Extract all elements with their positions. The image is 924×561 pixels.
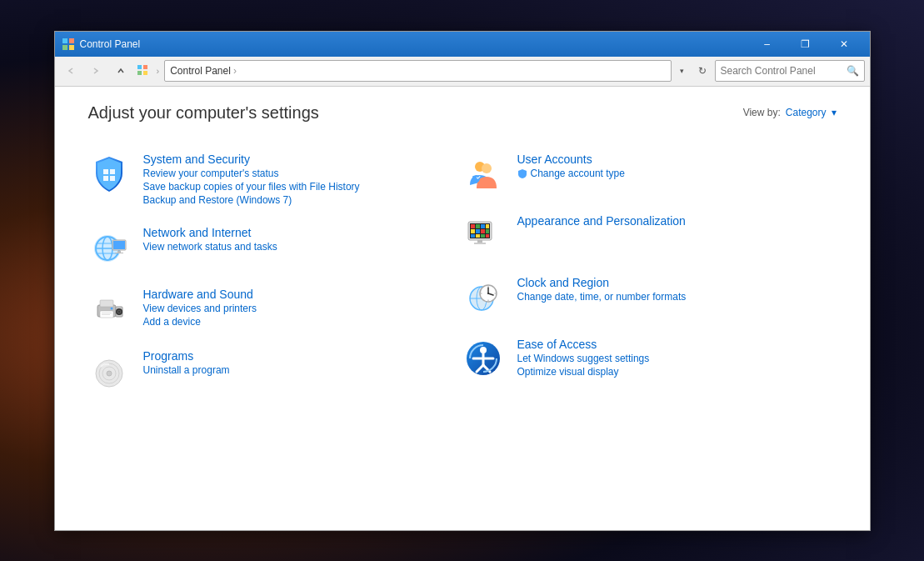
hardware-text: Hardware and Sound View devices and prin… — [143, 288, 257, 328]
page-header: Adjust your computer's settings View by:… — [88, 103, 837, 123]
network-link-1[interactable]: View network status and tasks — [143, 241, 277, 253]
hardware-link-1[interactable]: View devices and printers — [143, 303, 257, 314]
category-item-system-security: System and Security Review your computer… — [88, 143, 462, 216]
clock-icon — [462, 276, 504, 318]
right-column: User Accounts Change account type — [462, 143, 837, 401]
svg-rect-47 — [486, 229, 489, 233]
svg-rect-42 — [481, 224, 485, 228]
window-title: Control Panel — [80, 38, 748, 50]
svg-rect-19 — [113, 241, 125, 249]
svg-rect-6 — [137, 71, 142, 75]
svg-point-31 — [118, 311, 120, 313]
view-by-value[interactable]: Category — [786, 107, 827, 118]
system-security-link-1[interactable]: Review your computer's status — [143, 168, 360, 179]
clock-name[interactable]: Clock and Region — [517, 276, 687, 289]
users-link-1[interactable]: Change account type — [531, 168, 625, 179]
svg-rect-40 — [471, 224, 475, 228]
svg-rect-23 — [100, 300, 113, 307]
svg-rect-44 — [471, 229, 475, 233]
network-icon — [88, 226, 130, 268]
programs-icon — [88, 349, 130, 391]
svg-rect-53 — [474, 243, 486, 244]
programs-name[interactable]: Programs — [143, 349, 230, 363]
system-security-icon — [88, 153, 130, 194]
svg-rect-50 — [481, 234, 485, 238]
hardware-name[interactable]: Hardware and Sound — [143, 288, 257, 301]
system-security-name[interactable]: System and Security — [143, 153, 360, 166]
system-security-link-3[interactable]: Backup and Restore (Windows 7) — [143, 194, 360, 206]
category-item-programs: Programs Uninstall a program — [88, 339, 462, 401]
forward-button[interactable] — [85, 60, 107, 82]
path-icon — [135, 63, 152, 79]
path-separator-1: › — [157, 66, 160, 76]
address-dropdown-button[interactable]: ▾ — [675, 60, 690, 82]
hardware-icon — [88, 288, 130, 329]
appearance-text: Appearance and Personalization — [517, 214, 686, 228]
svg-rect-9 — [110, 169, 115, 174]
svg-rect-48 — [471, 234, 475, 238]
programs-text: Programs Uninstall a program — [143, 349, 230, 376]
titlebar: Control Panel – ❐ ✕ — [55, 32, 870, 57]
svg-rect-4 — [137, 65, 142, 69]
ease-icon — [462, 338, 504, 379]
svg-rect-7 — [143, 71, 147, 75]
programs-link-1[interactable]: Uninstall a program — [143, 364, 230, 376]
window-icon — [62, 38, 75, 51]
maximize-button[interactable]: ❐ — [787, 32, 825, 57]
addressbar: › Control Panel › ▾ ↻ 🔍 — [55, 57, 870, 87]
address-path[interactable]: Control Panel › — [164, 60, 671, 82]
svg-rect-49 — [476, 234, 480, 238]
view-by-chevron[interactable]: ▾ — [832, 107, 837, 118]
network-text: Network and Internet View network status… — [143, 226, 277, 253]
ease-link-1[interactable]: Let Windows suggest settings — [517, 353, 650, 364]
users-link-row: Change account type — [517, 168, 625, 179]
system-security-text: System and Security Review your computer… — [143, 153, 360, 206]
svg-rect-5 — [143, 65, 147, 69]
svg-rect-46 — [481, 229, 485, 233]
category-item-ease: Ease of Access Let Windows suggest setti… — [462, 328, 837, 389]
back-button[interactable] — [60, 60, 82, 82]
svg-rect-11 — [110, 176, 115, 181]
control-panel-window: Control Panel – ❐ ✕ › Contro — [54, 31, 871, 531]
users-text: User Accounts Change account type — [517, 153, 625, 179]
left-column: System and Security Review your computer… — [88, 143, 462, 401]
ease-name[interactable]: Ease of Access — [517, 338, 650, 351]
svg-rect-8 — [103, 169, 108, 174]
svg-rect-41 — [476, 224, 480, 228]
category-item-hardware: Hardware and Sound View devices and prin… — [88, 278, 462, 339]
clock-link-1[interactable]: Change date, time, or number formats — [517, 291, 687, 303]
svg-rect-52 — [477, 240, 482, 243]
svg-rect-0 — [62, 38, 67, 43]
path-sep: › — [233, 65, 237, 77]
ease-link-2[interactable]: Optimize visual display — [517, 366, 650, 378]
category-item-network: Network and Internet View network status… — [88, 216, 462, 278]
users-icon — [462, 153, 504, 194]
network-name[interactable]: Network and Internet — [143, 226, 277, 239]
svg-rect-21 — [115, 253, 123, 253]
search-icon[interactable]: 🔍 — [847, 65, 859, 77]
appearance-name[interactable]: Appearance and Personalization — [517, 214, 686, 228]
svg-rect-1 — [69, 38, 74, 43]
hardware-link-2[interactable]: Add a device — [143, 316, 257, 328]
svg-rect-10 — [103, 176, 108, 181]
appearance-icon — [462, 214, 504, 256]
view-by-control: View by: Category ▾ — [743, 107, 837, 118]
refresh-button[interactable]: ↻ — [693, 60, 712, 82]
search-box[interactable]: 🔍 — [715, 60, 865, 82]
close-button[interactable]: ✕ — [825, 32, 863, 57]
search-input[interactable] — [721, 65, 847, 77]
svg-rect-51 — [486, 234, 489, 238]
minimize-button[interactable]: – — [748, 32, 787, 57]
system-security-link-2[interactable]: Save backup copies of your files with Fi… — [143, 181, 360, 193]
up-button[interactable] — [110, 60, 132, 82]
svg-rect-43 — [486, 224, 489, 228]
path-item-control-panel: Control Panel — [170, 65, 231, 77]
users-name[interactable]: User Accounts — [517, 153, 625, 166]
view-by-label: View by: — [743, 107, 781, 118]
svg-rect-20 — [117, 251, 121, 253]
category-item-clock: Clock and Region Change date, time, or n… — [462, 266, 837, 328]
ease-text: Ease of Access Let Windows suggest setti… — [517, 338, 650, 378]
category-item-appearance: Appearance and Personalization — [462, 204, 837, 266]
window-controls: – ❐ ✕ — [748, 32, 863, 57]
user-accounts-shield-icon — [517, 168, 527, 178]
